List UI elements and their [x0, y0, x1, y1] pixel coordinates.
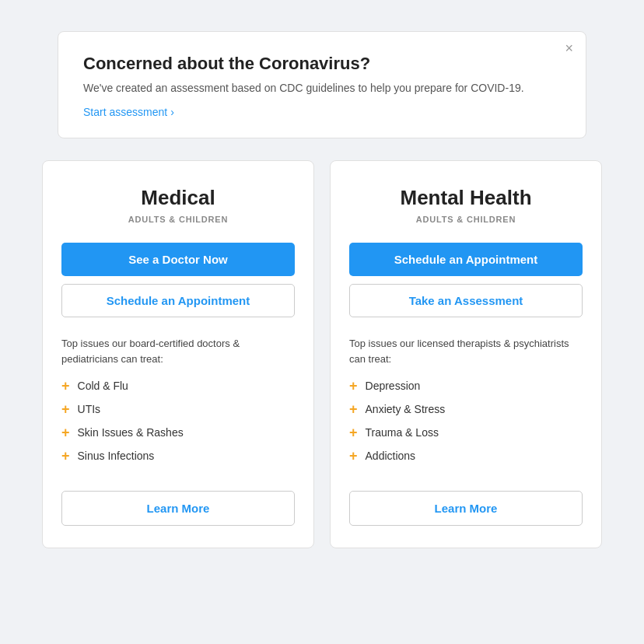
card-title-medical: Medical	[141, 186, 215, 210]
card-mental-health: Mental Health ADULTS & CHILDREN Schedule…	[330, 160, 602, 548]
plus-icon: +	[349, 402, 358, 416]
start-assessment-link[interactable]: Start assessment ›	[83, 106, 174, 118]
issue-label: Cold & Flu	[78, 380, 128, 392]
issue-label: Anxiety & Stress	[366, 403, 446, 415]
list-item: + Addictions	[349, 449, 583, 463]
plus-icon: +	[349, 449, 358, 463]
coronavirus-banner: × Concerned about the Coronavirus? We've…	[58, 31, 586, 138]
card-medical: Medical ADULTS & CHILDREN See a Doctor N…	[42, 160, 314, 548]
learn-more-button-mental-health[interactable]: Learn More	[349, 491, 583, 526]
issue-label: Sinus Infections	[78, 450, 155, 462]
issue-label: Skin Issues & Rashes	[78, 426, 184, 439]
banner-title: Concerned about the Coronavirus?	[83, 54, 561, 74]
list-item: + Sinus Infections	[61, 449, 295, 463]
issues-description-mental-health: Top issues our licensed therapists & psy…	[349, 336, 583, 366]
plus-icon: +	[349, 425, 358, 439]
list-item: + Trauma & Loss	[349, 425, 583, 439]
secondary-button-mental-health[interactable]: Take an Assessment	[349, 284, 583, 317]
plus-icon: +	[61, 402, 70, 416]
chevron-right-icon: ›	[170, 106, 174, 118]
plus-icon: +	[61, 449, 70, 463]
plus-icon: +	[61, 379, 70, 393]
list-item: + Depression	[349, 379, 583, 393]
primary-button-medical[interactable]: See a Doctor Now	[61, 243, 295, 276]
list-item: + UTIs	[61, 402, 295, 416]
learn-more-button-medical[interactable]: Learn More	[61, 491, 295, 526]
card-subtitle-mental-health: ADULTS & CHILDREN	[416, 215, 516, 224]
list-item: + Cold & Flu	[61, 379, 295, 393]
close-button[interactable]: ×	[565, 41, 573, 55]
issues-list-medical: + Cold & Flu + UTIs + Skin Issues & Rash…	[61, 379, 295, 472]
issues-description-medical: Top issues our board-certified doctors &…	[61, 336, 295, 366]
issue-label: Depression	[366, 380, 421, 392]
issues-list-mental-health: + Depression + Anxiety & Stress + Trauma…	[349, 379, 583, 472]
list-item: + Anxiety & Stress	[349, 402, 583, 416]
list-item: + Skin Issues & Rashes	[61, 425, 295, 439]
card-subtitle-medical: ADULTS & CHILDREN	[128, 215, 228, 224]
issue-label: Addictions	[366, 450, 416, 462]
secondary-button-medical[interactable]: Schedule an Appointment	[61, 284, 295, 317]
card-title-mental-health: Mental Health	[400, 186, 531, 210]
plus-icon: +	[61, 425, 70, 439]
banner-text: We've created an assessment based on CDC…	[83, 82, 561, 94]
primary-button-mental-health[interactable]: Schedule an Appointment	[349, 243, 583, 276]
cards-container: Medical ADULTS & CHILDREN See a Doctor N…	[42, 160, 602, 548]
issue-label: UTIs	[78, 403, 101, 415]
plus-icon: +	[349, 379, 358, 393]
issue-label: Trauma & Loss	[366, 426, 439, 439]
